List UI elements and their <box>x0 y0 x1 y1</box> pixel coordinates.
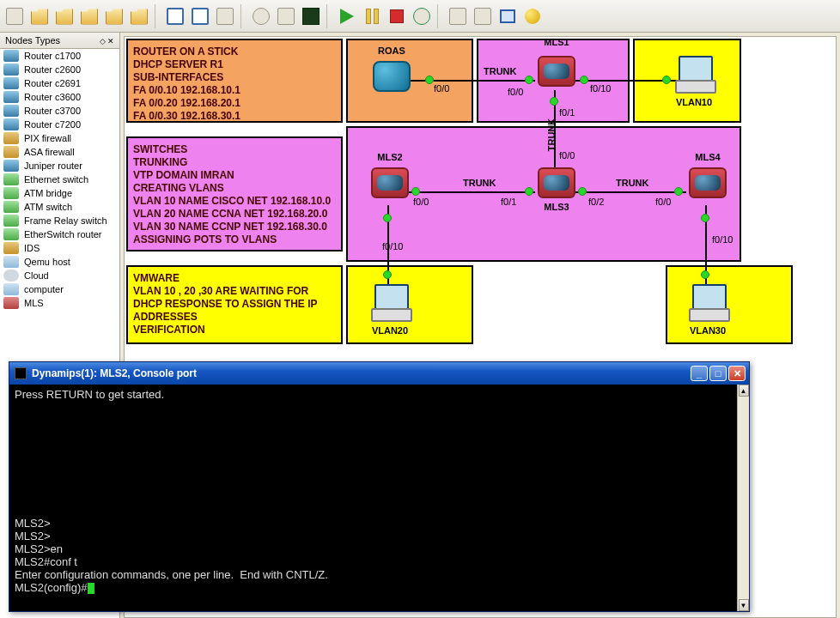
trunk-label: TRUNK <box>484 66 517 76</box>
sidebar-item[interactable]: Juniper router <box>0 159 119 173</box>
pause-button[interactable] <box>361 5 383 27</box>
sidebar-item[interactable]: Router c2691 <box>0 76 119 90</box>
save-button[interactable] <box>78 5 100 27</box>
device-vlan10[interactable]: VLAN10 <box>671 56 717 94</box>
port-dot <box>383 270 392 279</box>
sidebar-item[interactable]: Router c3600 <box>0 90 119 104</box>
note-line: FA 0/0.10 192.168.10.1 <box>133 84 336 97</box>
cursor <box>88 583 94 594</box>
sidebar-item[interactable]: PIX firewall <box>0 131 119 145</box>
open-button[interactable] <box>28 5 51 27</box>
console-titlebar[interactable]: Dynamips(1): MLS2, Console port _ □ ✕ <box>9 362 749 385</box>
device-mls3[interactable]: MLS3 <box>533 167 580 205</box>
open-net-button[interactable] <box>53 5 76 27</box>
refresh-button[interactable] <box>411 5 433 27</box>
note-line: VLAN 30 NAME CCNP NET 192.168.30.0 <box>133 221 336 233</box>
pc-icon <box>687 284 728 320</box>
console-window[interactable]: Dynamips(1): MLS2, Console port _ □ ✕ Pr… <box>9 361 750 612</box>
device-roas[interactable]: ROAS <box>368 61 415 99</box>
sidebar-item[interactable]: IDS <box>0 241 119 255</box>
sidebar-item[interactable]: Qemu host <box>0 255 119 269</box>
link-mls2-mls3[interactable] <box>405 191 535 193</box>
play-button[interactable] <box>336 5 358 27</box>
port-label: f0/10 <box>382 241 403 251</box>
image-button[interactable] <box>472 5 494 27</box>
node-type-icon <box>3 77 19 89</box>
node-type-icon <box>3 215 19 227</box>
link-roas-mls1[interactable] <box>399 80 535 82</box>
tool-button[interactable] <box>275 5 297 27</box>
reload-button[interactable] <box>250 5 272 27</box>
note-line: VLAN 10 , 20 ,30 ARE WAITING FOR <box>133 285 336 298</box>
note-line: DHCP RESPONSE TO ASSIGN THE IP <box>133 298 336 311</box>
device-mls2[interactable]: MLS2 <box>367 167 413 205</box>
pc-icon <box>673 56 715 92</box>
sidebar-item-label: ASA firewall <box>24 147 75 157</box>
note-router-on-stick[interactable]: ROUTER ON A STICK DHCP SERVER R1 SUB-INT… <box>126 39 343 123</box>
sidebar-item-label: MLS <box>24 298 44 308</box>
sidebar-item[interactable]: Cloud <box>0 269 119 282</box>
rect-button[interactable] <box>496 5 519 27</box>
link-mls3-mls4[interactable] <box>571 191 686 193</box>
sidebar-item[interactable]: Router c1700 <box>0 49 119 63</box>
close-button[interactable]: ✕ <box>728 366 746 381</box>
new-file-button[interactable] <box>3 5 26 27</box>
sidebar-item[interactable]: ATM bridge <box>0 186 119 200</box>
sidebar-undock-icon[interactable]: ◇ <box>100 37 106 45</box>
sidebar-item[interactable]: ATM switch <box>0 200 119 214</box>
export-button[interactable] <box>128 5 150 27</box>
stop-button[interactable] <box>386 5 408 27</box>
sidebar-item[interactable]: Frame Relay switch <box>0 214 119 227</box>
device-label: VLAN10 <box>676 97 712 107</box>
sidebar-item[interactable]: EtherSwitch router <box>0 227 119 241</box>
console-output[interactable]: Press RETURN to get started. MLS2> MLS2>… <box>9 385 737 611</box>
minimize-button[interactable]: _ <box>691 366 708 381</box>
note-line: SUB-INTERFACES <box>133 71 336 84</box>
erase-button[interactable] <box>214 5 236 27</box>
console-scrollbar[interactable]: ▲ ▼ <box>737 385 749 611</box>
scroll-up-icon[interactable]: ▲ <box>739 385 749 397</box>
mode-a-button[interactable] <box>164 5 186 27</box>
sidebar-item[interactable]: MLS <box>0 296 119 310</box>
sidebar-item[interactable]: computer <box>0 282 119 296</box>
console-button[interactable] <box>300 5 322 27</box>
sidebar-item-label: IDS <box>24 243 40 253</box>
sidebar-title: Nodes Types <box>5 35 60 45</box>
sidebar-item[interactable]: Ethernet switch <box>0 173 119 186</box>
note-button[interactable] <box>447 5 469 27</box>
save-as-button[interactable] <box>103 5 125 27</box>
note-line: DHCP SERVER R1 <box>133 58 336 71</box>
sidebar-close-icon[interactable]: ✕ <box>107 37 114 45</box>
note-switches[interactable]: SWITCHES TRUNKING VTP DOMAIN IMRAN CREAT… <box>126 136 343 251</box>
router-icon <box>373 61 411 92</box>
mode-b-button[interactable] <box>189 5 211 27</box>
console-title: Dynamips(1): MLS2, Console port <box>32 367 197 379</box>
device-mls4[interactable]: MLS4 <box>685 167 731 205</box>
note-vmware[interactable]: VMWARE VLAN 10 , 20 ,30 ARE WAITING FOR … <box>126 265 343 344</box>
note-line: ASSIGNING POTS TO VLANS <box>133 233 336 246</box>
sidebar-item-label: PIX firewall <box>24 133 71 143</box>
node-type-icon <box>3 50 19 62</box>
sidebar-item[interactable]: Router c2600 <box>0 63 119 76</box>
sidebar-item-label: Router c2691 <box>24 78 81 88</box>
sidebar-item[interactable]: ASA firewall <box>0 145 119 159</box>
note-line: VLAN 20 NAME CCNA NET 192.168.20.0 <box>133 208 336 221</box>
device-mls1[interactable]: MLS1 <box>533 56 580 94</box>
sidebar-item[interactable]: Router c3700 <box>0 104 119 118</box>
device-vlan30[interactable]: VLAN30 <box>685 284 731 322</box>
port-dot <box>701 270 709 279</box>
device-label: MLS4 <box>695 152 720 162</box>
device-vlan20[interactable]: VLAN20 <box>367 284 413 322</box>
maximize-button[interactable]: □ <box>709 366 727 381</box>
device-label: MLS3 <box>544 202 569 212</box>
node-type-icon <box>3 228 19 240</box>
sidebar-item[interactable]: Router c7200 <box>0 118 119 131</box>
ellipse-button[interactable] <box>521 5 544 27</box>
sidebar-item-label: Router c1700 <box>24 51 81 61</box>
scroll-down-icon[interactable]: ▼ <box>739 599 749 611</box>
note-line: VMWARE <box>133 272 336 285</box>
sidebar-list[interactable]: Router c1700Router c2600Router c2691Rout… <box>0 49 119 310</box>
port-dot <box>662 76 671 84</box>
sidebar-controls: ◇✕ <box>98 35 114 45</box>
switch-icon <box>538 167 575 198</box>
